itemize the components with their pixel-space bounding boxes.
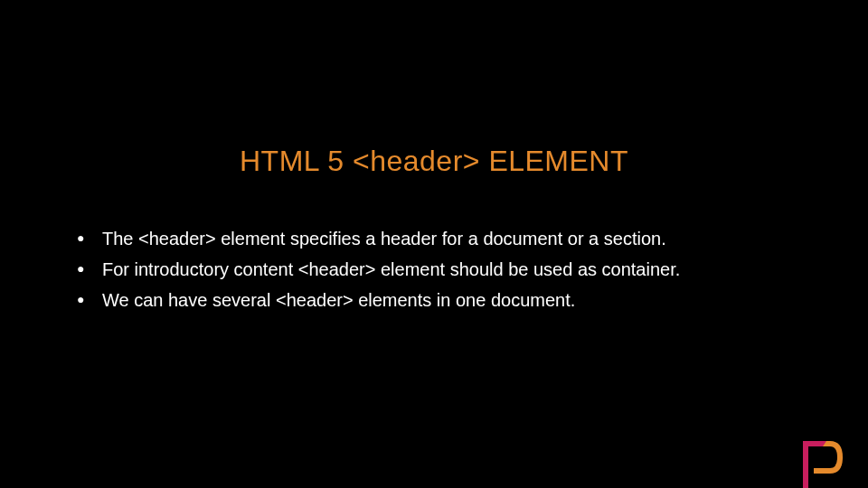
slide-title: HTML 5 <header> ELEMENT: [0, 145, 868, 178]
logo-icon: [796, 437, 843, 488]
list-item: We can have several <header> elements in…: [77, 286, 796, 314]
bullet-list: The <header> element specifies a header …: [77, 224, 796, 316]
list-item: For introductory content <header> elemen…: [77, 255, 796, 284]
list-item: The <header> element specifies a header …: [77, 224, 796, 253]
